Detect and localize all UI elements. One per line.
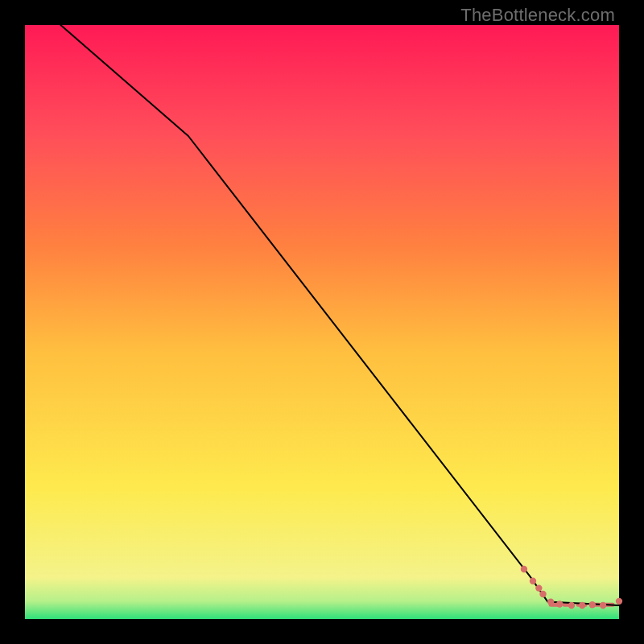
data-point	[530, 578, 536, 584]
data-point	[568, 602, 575, 609]
data-point	[521, 566, 527, 572]
bottleneck-curve	[60, 25, 619, 605]
curve-path	[60, 25, 619, 605]
data-point	[589, 601, 596, 608]
data-point	[535, 584, 542, 591]
data-points	[521, 566, 622, 609]
data-point	[556, 601, 563, 607]
data-point	[547, 598, 554, 605]
chart-overlay	[25, 25, 619, 619]
data-point	[600, 602, 606, 609]
data-point	[579, 602, 585, 609]
watermark-text: TheBottleneck.com	[460, 5, 615, 26]
chart-stage: TheBottleneck.com	[0, 0, 644, 644]
data-point	[616, 598, 622, 605]
data-point	[539, 591, 546, 597]
